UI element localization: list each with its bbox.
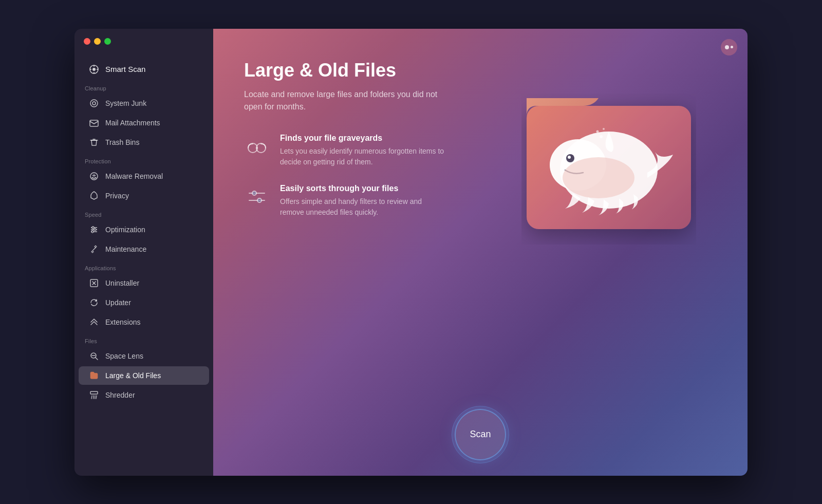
main-content: Large & Old Files Locate and remove larg… bbox=[213, 29, 748, 476]
svg-point-45 bbox=[603, 128, 605, 130]
svg-line-30 bbox=[96, 396, 97, 399]
extensions-icon bbox=[89, 317, 99, 327]
updater-icon bbox=[89, 297, 99, 308]
sidebar-item-maintenance[interactable]: Maintenance bbox=[79, 240, 209, 258]
svg-point-7 bbox=[92, 102, 96, 105]
scan-button-wrapper: Scan bbox=[213, 399, 748, 476]
svg-point-10 bbox=[92, 177, 94, 178]
svg-line-28 bbox=[94, 396, 94, 399]
trash-bins-icon bbox=[89, 137, 99, 147]
protection-section-label: Protection bbox=[74, 152, 213, 166]
svg-line-19 bbox=[93, 248, 96, 250]
feature-sorts-description: Offers simple and handy filters to revie… bbox=[280, 196, 444, 218]
svg-line-27 bbox=[91, 396, 92, 399]
sidebar-item-mail-attachments[interactable]: Mail Attachments bbox=[79, 114, 209, 132]
updater-label: Updater bbox=[105, 298, 131, 307]
app-window: Smart Scan Cleanup System Junk Mail Atta… bbox=[74, 29, 748, 476]
feature-item-graveyards: Finds your file graveyards Lets you easi… bbox=[244, 134, 501, 167]
feature-sorts-title: Easily sorts through your files bbox=[280, 184, 444, 193]
cleanup-section-label: Cleanup bbox=[74, 79, 213, 94]
feature-graveyards-description: Lets you easily identify numerous forgot… bbox=[280, 146, 444, 167]
scan-button-label: Scan bbox=[470, 429, 491, 440]
sidebar-item-space-lens[interactable]: Space Lens bbox=[79, 347, 209, 365]
space-lens-icon bbox=[89, 351, 99, 361]
svg-point-36 bbox=[257, 198, 261, 202]
privacy-label: Privacy bbox=[105, 192, 129, 200]
sidebar-item-optimization[interactable]: Optimization bbox=[79, 220, 209, 239]
uninstaller-label: Uninstaller bbox=[105, 279, 139, 287]
shredder-label: Shredder bbox=[105, 391, 135, 399]
optimization-icon bbox=[89, 225, 99, 235]
large-old-files-illustration bbox=[521, 70, 696, 245]
sidebar-item-large-old-files[interactable]: Large & Old Files bbox=[79, 366, 209, 385]
sidebar-item-malware-removal[interactable]: Malware Removal bbox=[79, 167, 209, 185]
sidebar-item-smart-scan[interactable]: Smart Scan bbox=[79, 60, 209, 79]
maintenance-icon bbox=[89, 244, 99, 254]
large-old-files-icon bbox=[89, 370, 99, 381]
shredder-icon bbox=[89, 390, 99, 400]
malware-removal-icon bbox=[89, 171, 99, 181]
sidebar-item-updater[interactable]: Updater bbox=[79, 293, 209, 312]
large-old-files-label: Large & Old Files bbox=[105, 371, 161, 380]
maintenance-label: Maintenance bbox=[105, 245, 146, 253]
system-junk-icon bbox=[89, 98, 99, 108]
svg-point-43 bbox=[600, 135, 603, 138]
svg-point-42 bbox=[563, 157, 634, 198]
svg-line-29 bbox=[95, 396, 96, 399]
svg-point-44 bbox=[596, 130, 599, 133]
svg-point-11 bbox=[94, 177, 95, 179]
feature-sorts-text: Easily sorts through your files Offers s… bbox=[280, 184, 444, 218]
files-section-label: Files bbox=[74, 332, 213, 346]
sidebar-item-privacy[interactable]: Privacy bbox=[79, 186, 209, 205]
maximize-button[interactable] bbox=[104, 38, 111, 45]
svg-point-41 bbox=[568, 156, 571, 159]
glasses-icon bbox=[244, 134, 270, 159]
smart-scan-icon bbox=[89, 64, 99, 74]
svg-point-12 bbox=[95, 177, 97, 178]
sidebar-item-trash-bins[interactable]: Trash Bins bbox=[79, 133, 209, 152]
sliders-icon bbox=[244, 184, 270, 210]
sidebar-item-extensions[interactable]: Extensions bbox=[79, 313, 209, 331]
svg-point-1 bbox=[92, 68, 96, 71]
uninstaller-icon bbox=[89, 278, 99, 288]
feature-graveyards-text: Finds your file graveyards Lets you easi… bbox=[280, 134, 444, 167]
svg-point-6 bbox=[90, 100, 98, 107]
svg-point-18 bbox=[91, 231, 94, 233]
optimization-label: Optimization bbox=[105, 226, 145, 234]
page-description: Locate and remove large files and folder… bbox=[244, 88, 439, 113]
svg-point-16 bbox=[92, 227, 94, 229]
extensions-label: Extensions bbox=[105, 318, 140, 326]
privacy-icon bbox=[89, 191, 99, 201]
content-area: Large & Old Files Locate and remove larg… bbox=[244, 60, 717, 378]
page-title: Large & Old Files bbox=[244, 60, 501, 81]
malware-removal-label: Malware Removal bbox=[105, 172, 163, 180]
feature-graveyards-title: Finds your file graveyards bbox=[280, 134, 444, 143]
minimize-button[interactable] bbox=[94, 38, 101, 45]
speed-section-label: Speed bbox=[74, 206, 213, 220]
trash-bins-label: Trash Bins bbox=[105, 138, 139, 146]
traffic-lights bbox=[84, 38, 111, 45]
main-inner: Large & Old Files Locate and remove larg… bbox=[213, 29, 748, 399]
sidebar: Smart Scan Cleanup System Junk Mail Atta… bbox=[74, 29, 213, 476]
mail-attachments-label: Mail Attachments bbox=[105, 119, 160, 127]
text-section: Large & Old Files Locate and remove larg… bbox=[244, 60, 501, 234]
svg-line-24 bbox=[96, 358, 98, 360]
close-button[interactable] bbox=[84, 38, 90, 45]
svg-rect-26 bbox=[90, 391, 98, 394]
svg-point-17 bbox=[94, 229, 96, 231]
space-lens-label: Space Lens bbox=[105, 352, 143, 360]
feature-item-sorts: Easily sorts through your files Offers s… bbox=[244, 184, 501, 218]
svg-point-35 bbox=[252, 191, 256, 195]
sidebar-item-shredder[interactable]: Shredder bbox=[79, 386, 209, 404]
system-junk-label: System Junk bbox=[105, 99, 146, 107]
sidebar-item-uninstaller[interactable]: Uninstaller bbox=[79, 274, 209, 292]
scan-button[interactable]: Scan bbox=[455, 409, 506, 460]
applications-section-label: Applications bbox=[74, 259, 213, 273]
svg-rect-8 bbox=[90, 120, 98, 126]
mail-attachments-icon bbox=[89, 118, 99, 128]
sidebar-item-system-junk[interactable]: System Junk bbox=[79, 94, 209, 113]
smart-scan-label: Smart Scan bbox=[105, 65, 145, 73]
